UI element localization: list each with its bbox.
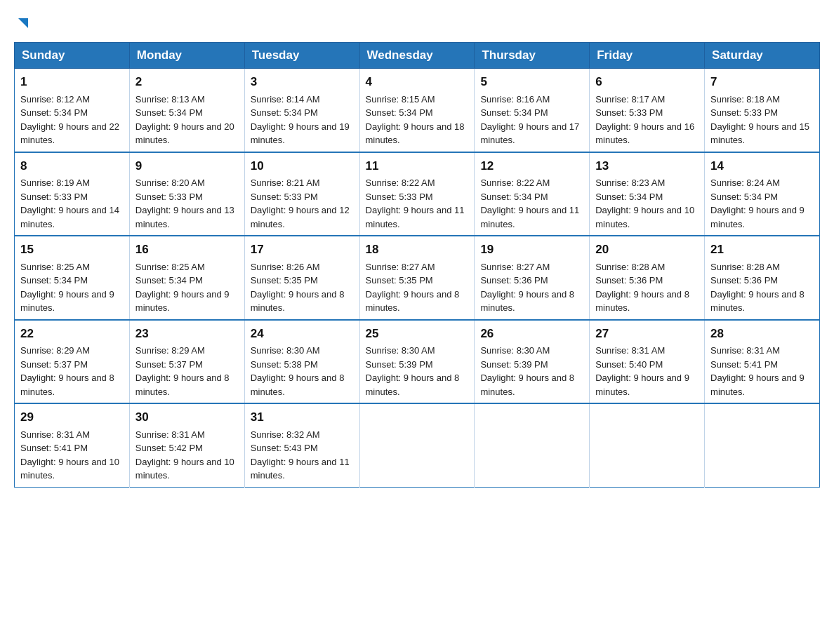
day-info: Sunrise: 8:31 AMSunset: 5:41 PMDaylight:… bbox=[20, 429, 119, 481]
calendar-cell: 5Sunrise: 8:16 AMSunset: 5:34 PMDaylight… bbox=[475, 69, 590, 152]
header bbox=[14, 14, 820, 31]
calendar-cell: 26Sunrise: 8:30 AMSunset: 5:39 PMDayligh… bbox=[475, 320, 590, 404]
calendar-cell: 2Sunrise: 8:13 AMSunset: 5:34 PMDaylight… bbox=[129, 69, 244, 152]
col-header-thursday: Thursday bbox=[475, 43, 590, 69]
calendar-cell bbox=[475, 403, 590, 487]
day-number: 28 bbox=[710, 325, 814, 343]
day-number: 12 bbox=[480, 157, 583, 175]
calendar-cell: 30Sunrise: 8:31 AMSunset: 5:42 PMDayligh… bbox=[129, 403, 244, 487]
calendar-cell: 24Sunrise: 8:30 AMSunset: 5:38 PMDayligh… bbox=[244, 320, 359, 404]
col-header-saturday: Saturday bbox=[705, 43, 820, 69]
day-info: Sunrise: 8:30 AMSunset: 5:39 PMDaylight:… bbox=[480, 345, 574, 397]
day-number: 20 bbox=[595, 241, 699, 259]
day-number: 14 bbox=[710, 157, 814, 175]
day-number: 13 bbox=[595, 157, 699, 175]
day-info: Sunrise: 8:15 AMSunset: 5:34 PMDaylight:… bbox=[366, 94, 465, 146]
day-number: 30 bbox=[135, 408, 239, 427]
logo-row-general bbox=[14, 14, 31, 31]
calendar-cell: 31Sunrise: 8:32 AMSunset: 5:43 PMDayligh… bbox=[244, 403, 359, 487]
day-number: 7 bbox=[710, 73, 814, 91]
day-number: 6 bbox=[595, 73, 699, 91]
calendar-cell: 29Sunrise: 8:31 AMSunset: 5:41 PMDayligh… bbox=[15, 403, 130, 487]
day-number: 15 bbox=[20, 241, 124, 259]
day-number: 9 bbox=[135, 157, 239, 175]
day-number: 31 bbox=[251, 408, 354, 427]
day-info: Sunrise: 8:27 AMSunset: 5:36 PMDaylight:… bbox=[480, 262, 574, 314]
calendar-cell: 14Sunrise: 8:24 AMSunset: 5:34 PMDayligh… bbox=[705, 152, 820, 236]
calendar-week-row: 29Sunrise: 8:31 AMSunset: 5:41 PMDayligh… bbox=[15, 403, 820, 487]
calendar-table: SundayMondayTuesdayWednesdayThursdayFrid… bbox=[14, 42, 820, 488]
calendar-cell: 20Sunrise: 8:28 AMSunset: 5:36 PMDayligh… bbox=[590, 236, 705, 320]
calendar-cell: 25Sunrise: 8:30 AMSunset: 5:39 PMDayligh… bbox=[359, 320, 475, 404]
page-wrapper: SundayMondayTuesdayWednesdayThursdayFrid… bbox=[14, 14, 820, 488]
day-info: Sunrise: 8:16 AMSunset: 5:34 PMDaylight:… bbox=[480, 94, 579, 146]
day-info: Sunrise: 8:30 AMSunset: 5:39 PMDaylight:… bbox=[366, 345, 460, 397]
col-header-tuesday: Tuesday bbox=[244, 43, 359, 69]
day-info: Sunrise: 8:19 AMSunset: 5:33 PMDaylight:… bbox=[20, 177, 119, 229]
calendar-cell: 18Sunrise: 8:27 AMSunset: 5:35 PMDayligh… bbox=[359, 236, 475, 320]
logo-triangle-icon bbox=[15, 15, 31, 31]
col-header-monday: Monday bbox=[129, 43, 244, 69]
day-info: Sunrise: 8:12 AMSunset: 5:34 PMDaylight:… bbox=[20, 94, 119, 146]
day-number: 18 bbox=[366, 241, 469, 259]
calendar-week-row: 8Sunrise: 8:19 AMSunset: 5:33 PMDaylight… bbox=[15, 152, 820, 236]
calendar-cell: 27Sunrise: 8:31 AMSunset: 5:40 PMDayligh… bbox=[590, 320, 705, 404]
calendar-week-row: 22Sunrise: 8:29 AMSunset: 5:37 PMDayligh… bbox=[15, 320, 820, 404]
day-info: Sunrise: 8:13 AMSunset: 5:34 PMDaylight:… bbox=[135, 94, 234, 146]
calendar-cell: 13Sunrise: 8:23 AMSunset: 5:34 PMDayligh… bbox=[590, 152, 705, 236]
calendar-cell: 21Sunrise: 8:28 AMSunset: 5:36 PMDayligh… bbox=[705, 236, 820, 320]
day-info: Sunrise: 8:31 AMSunset: 5:42 PMDaylight:… bbox=[135, 429, 234, 481]
day-info: Sunrise: 8:23 AMSunset: 5:34 PMDaylight:… bbox=[595, 177, 694, 229]
day-info: Sunrise: 8:20 AMSunset: 5:33 PMDaylight:… bbox=[135, 177, 234, 229]
day-info: Sunrise: 8:30 AMSunset: 5:38 PMDaylight:… bbox=[251, 345, 345, 397]
calendar-cell: 19Sunrise: 8:27 AMSunset: 5:36 PMDayligh… bbox=[475, 236, 590, 320]
day-number: 4 bbox=[366, 73, 469, 91]
calendar-cell: 12Sunrise: 8:22 AMSunset: 5:34 PMDayligh… bbox=[475, 152, 590, 236]
calendar-cell bbox=[359, 403, 475, 487]
day-number: 3 bbox=[251, 73, 354, 91]
calendar-cell: 28Sunrise: 8:31 AMSunset: 5:41 PMDayligh… bbox=[705, 320, 820, 404]
calendar-cell: 3Sunrise: 8:14 AMSunset: 5:34 PMDaylight… bbox=[244, 69, 359, 152]
calendar-cell: 10Sunrise: 8:21 AMSunset: 5:33 PMDayligh… bbox=[244, 152, 359, 236]
calendar-cell: 15Sunrise: 8:25 AMSunset: 5:34 PMDayligh… bbox=[15, 236, 130, 320]
day-info: Sunrise: 8:28 AMSunset: 5:36 PMDaylight:… bbox=[595, 262, 689, 314]
day-info: Sunrise: 8:22 AMSunset: 5:34 PMDaylight:… bbox=[480, 177, 579, 229]
day-info: Sunrise: 8:25 AMSunset: 5:34 PMDaylight:… bbox=[135, 262, 230, 314]
day-info: Sunrise: 8:24 AMSunset: 5:34 PMDaylight:… bbox=[710, 177, 805, 229]
calendar-cell: 7Sunrise: 8:18 AMSunset: 5:33 PMDaylight… bbox=[705, 69, 820, 152]
logo bbox=[14, 14, 31, 31]
calendar-cell: 16Sunrise: 8:25 AMSunset: 5:34 PMDayligh… bbox=[129, 236, 244, 320]
calendar-week-row: 15Sunrise: 8:25 AMSunset: 5:34 PMDayligh… bbox=[15, 236, 820, 320]
day-number: 17 bbox=[251, 241, 354, 259]
svg-marker-0 bbox=[18, 18, 28, 28]
day-info: Sunrise: 8:26 AMSunset: 5:35 PMDaylight:… bbox=[251, 262, 345, 314]
day-info: Sunrise: 8:31 AMSunset: 5:41 PMDaylight:… bbox=[710, 345, 805, 397]
day-number: 24 bbox=[251, 325, 354, 343]
day-number: 27 bbox=[595, 325, 699, 343]
calendar-cell: 17Sunrise: 8:26 AMSunset: 5:35 PMDayligh… bbox=[244, 236, 359, 320]
day-number: 11 bbox=[366, 157, 469, 175]
day-info: Sunrise: 8:32 AMSunset: 5:43 PMDaylight:… bbox=[251, 429, 350, 481]
day-number: 8 bbox=[20, 157, 124, 175]
calendar-header-row: SundayMondayTuesdayWednesdayThursdayFrid… bbox=[15, 43, 820, 69]
day-info: Sunrise: 8:29 AMSunset: 5:37 PMDaylight:… bbox=[135, 345, 230, 397]
calendar-week-row: 1Sunrise: 8:12 AMSunset: 5:34 PMDaylight… bbox=[15, 69, 820, 152]
day-info: Sunrise: 8:25 AMSunset: 5:34 PMDaylight:… bbox=[20, 262, 114, 314]
calendar-cell bbox=[705, 403, 820, 487]
col-header-sunday: Sunday bbox=[15, 43, 130, 69]
day-number: 29 bbox=[20, 408, 124, 427]
calendar-cell: 11Sunrise: 8:22 AMSunset: 5:33 PMDayligh… bbox=[359, 152, 475, 236]
calendar-cell: 6Sunrise: 8:17 AMSunset: 5:33 PMDaylight… bbox=[590, 69, 705, 152]
day-number: 1 bbox=[20, 73, 124, 91]
day-number: 25 bbox=[366, 325, 469, 343]
calendar-cell bbox=[590, 403, 705, 487]
day-number: 21 bbox=[710, 241, 814, 259]
day-info: Sunrise: 8:17 AMSunset: 5:33 PMDaylight:… bbox=[595, 94, 694, 146]
col-header-friday: Friday bbox=[590, 43, 705, 69]
day-info: Sunrise: 8:14 AMSunset: 5:34 PMDaylight:… bbox=[251, 94, 350, 146]
day-number: 10 bbox=[251, 157, 354, 175]
day-info: Sunrise: 8:18 AMSunset: 5:33 PMDaylight:… bbox=[710, 94, 809, 146]
day-number: 16 bbox=[135, 241, 239, 259]
day-number: 19 bbox=[480, 241, 583, 259]
calendar-cell: 8Sunrise: 8:19 AMSunset: 5:33 PMDaylight… bbox=[15, 152, 130, 236]
